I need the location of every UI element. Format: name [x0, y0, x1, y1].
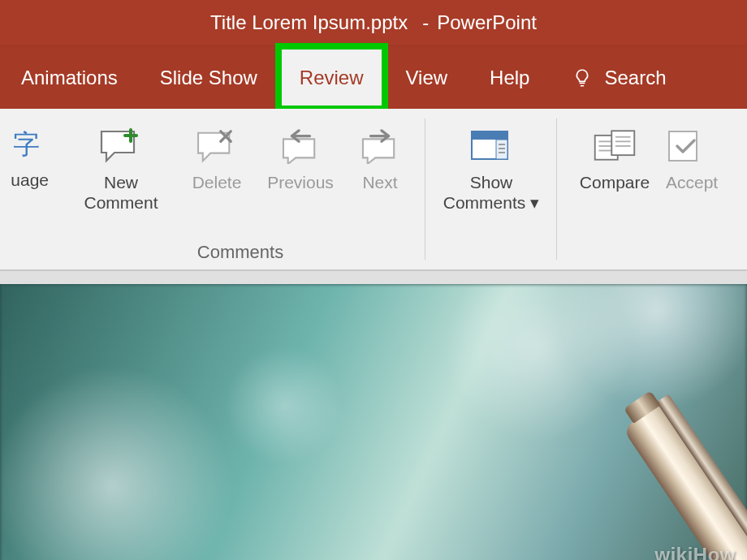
delete-comment-icon	[194, 122, 240, 164]
compare-icon	[592, 122, 637, 164]
ribbon: 字 uage New Comment	[0, 109, 747, 271]
watermark: wikiHow	[654, 544, 736, 560]
slide-canvas[interactable]: wikiHow	[0, 284, 747, 560]
chevron-down-icon: ▾	[530, 192, 539, 213]
show-comments-button[interactable]: Show Comments▾	[438, 120, 544, 234]
svg-rect-17	[611, 131, 634, 155]
svg-text:字: 字	[13, 130, 40, 159]
previous-comment-icon	[278, 122, 323, 164]
new-comment-icon	[98, 122, 144, 164]
tab-search[interactable]: Search	[551, 46, 687, 109]
lightbulb-icon	[572, 67, 593, 88]
next-comment-icon	[357, 122, 403, 164]
new-comment-button[interactable]: New Comment	[68, 120, 174, 234]
svg-rect-21	[669, 131, 697, 161]
language-group-partial: 字 uage	[0, 109, 55, 269]
language-button[interactable]: 字 uage	[0, 120, 49, 234]
show-comments-group: Show Comments▾	[425, 109, 557, 269]
tab-help[interactable]: Help	[468, 46, 551, 109]
title-separator: -	[422, 11, 429, 34]
tab-review[interactable]: Review	[279, 46, 385, 109]
language-icon: 字	[0, 120, 49, 162]
delete-comment-button[interactable]: Delete	[180, 120, 253, 234]
accept-button[interactable]: Accept	[666, 120, 739, 234]
title-bar: Title Lorem Ipsum.pptx - PowerPoint	[0, 0, 747, 45]
tab-slide-show[interactable]: Slide Show	[139, 46, 279, 109]
document-title: Title Lorem Ipsum.pptx	[210, 11, 408, 34]
next-comment-button[interactable]: Next	[348, 120, 412, 234]
accept-icon	[666, 122, 711, 164]
app-name: PowerPoint	[437, 11, 537, 34]
tab-view[interactable]: View	[385, 46, 469, 109]
svg-rect-8	[472, 131, 507, 140]
comments-group: New Comment Delete	[55, 109, 425, 269]
show-comments-icon	[468, 122, 514, 164]
ribbon-tabs: Animations Slide Show Review View Help S…	[0, 45, 747, 109]
compare-group: Compare Accept	[557, 109, 747, 269]
svg-rect-9	[496, 140, 507, 159]
tab-animations[interactable]: Animations	[0, 46, 139, 109]
previous-comment-button[interactable]: Previous	[260, 120, 341, 234]
compare-button[interactable]: Compare	[570, 120, 659, 234]
comments-group-label: Comments	[55, 242, 425, 263]
